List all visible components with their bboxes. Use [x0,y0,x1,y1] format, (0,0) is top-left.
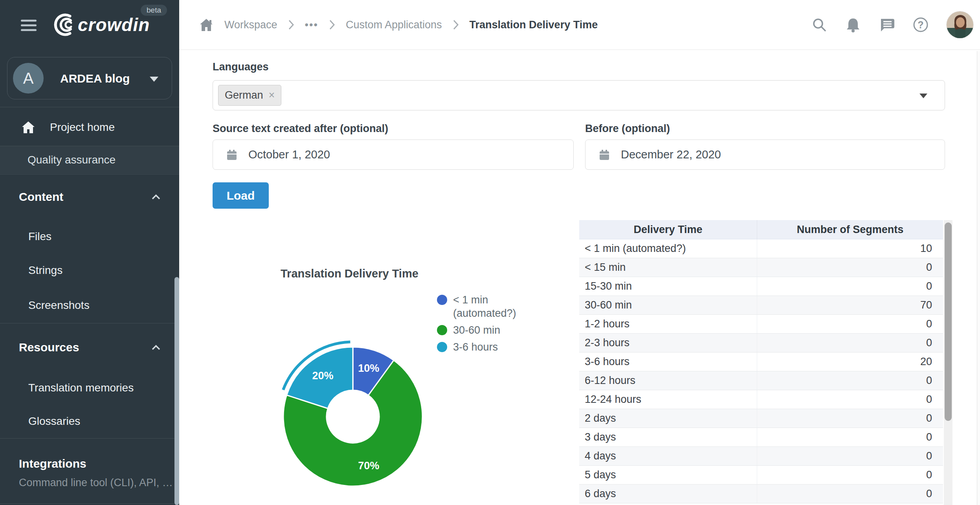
svg-text:?: ? [918,19,923,30]
cell-number-of-segments: 0 [757,390,943,409]
legend-item[interactable]: < 1 min (automated?) [437,293,519,320]
sidebar-item-label: Strings [28,261,62,280]
crowdin-logo-icon [47,13,75,37]
pie-slice-percent-label: 70% [358,460,379,472]
cell-number-of-segments: 20 [757,353,943,371]
legend-dot [437,295,447,305]
table-scrollbar-thumb[interactable] [945,222,952,421]
cell-delivery-time: 2-3 hours [579,334,757,352]
table-row: 2 days 0 [579,409,943,428]
delivery-table: Delivery Time Number of Segments < 1 min… [579,220,943,503]
sidebar-group-label: Content [19,187,63,206]
cell-number-of-segments: 0 [757,485,943,503]
cell-number-of-segments: 0 [757,258,943,277]
remove-icon[interactable]: × [269,89,275,101]
breadcrumb-ellipsis[interactable]: ••• [305,19,318,31]
table-row: < 15 min 0 [579,258,943,277]
divider [0,174,179,174]
after-date-label: Source text created after (optional) [213,123,388,135]
avatar-photo-icon [947,11,974,39]
pie-slice-percent-label: 20% [312,370,334,382]
table-row: 12-24 hours 0 [579,390,943,409]
chart-legend: < 1 min (automated?)30-60 min3-6 hours [437,293,519,357]
cell-number-of-segments: 0 [757,466,943,484]
main-content: Languages German× Source text created af… [179,50,980,505]
chevron-right-icon [329,19,336,31]
table-row: 5 days 0 [579,466,943,485]
cell-number-of-segments: 0 [757,428,943,446]
chevron-right-icon [288,19,295,31]
project-name: ARDEA blog [60,57,130,100]
chat-icon[interactable] [879,17,895,33]
project-selector[interactable]: A ARDEA blog [7,57,172,99]
sidebar-item-glossaries[interactable]: Glossaries [0,412,179,431]
caret-down-icon [150,77,158,82]
sidebar-scrollbar-thumb[interactable] [174,277,179,505]
language-tag: German× [218,85,281,106]
legend-label: 3-6 hours [453,340,498,354]
sidebar-group-integrations[interactable]: Integrations [0,454,179,473]
sidebar-group-label: Resources [19,338,79,357]
crowdin-logo[interactable]: crowdin [47,13,150,37]
sidebar-item-label: Files [28,227,51,246]
bell-icon[interactable] [845,17,861,33]
breadcrumb-custom-applications[interactable]: Custom Applications [346,19,442,31]
before-date-input[interactable]: December 22, 2020 [585,140,945,170]
column-header-number-of-segments: Number of Segments [757,220,943,239]
language-tag-label: German [225,89,263,101]
home-icon[interactable] [198,17,214,33]
user-avatar[interactable] [946,11,974,39]
sidebar-item-quality-assurance[interactable]: Quality assurance [0,146,179,174]
sidebar-item-label: Quality assurance [28,146,116,174]
legend-label: < 1 min (automated?) [453,293,519,320]
donut-chart: 10%70%20% [266,330,439,503]
cell-number-of-segments: 0 [757,334,943,352]
sidebar-item-translation-memories[interactable]: Translation memories [0,378,179,397]
menu-icon[interactable] [21,20,37,31]
table-row: 2-3 hours 0 [579,334,943,353]
home-icon [21,120,36,135]
chevron-right-icon [452,19,459,31]
legend-item[interactable]: 30-60 min [437,323,519,337]
legend-label: 30-60 min [453,323,500,337]
cell-number-of-segments: 70 [757,296,943,314]
topbar: Workspace ••• Custom Applications Transl… [179,0,980,50]
cell-number-of-segments: 10 [757,239,943,258]
legend-item[interactable]: 3-6 hours [437,340,519,354]
cell-number-of-segments: 0 [757,277,943,296]
cell-delivery-time: 3-6 hours [579,353,757,371]
cell-delivery-time: 6-12 hours [579,371,757,390]
divider [0,503,179,504]
sidebar-item-project-home[interactable]: Project home [0,113,179,141]
sidebar-item-label: Project home [50,113,115,141]
help-icon[interactable]: ? [912,17,929,33]
cell-delivery-time: < 1 min (automated?) [579,239,757,258]
before-date-label: Before (optional) [585,123,670,135]
divider [0,438,179,439]
sidebar-group-content[interactable]: Content [0,187,179,206]
table-row: 15-30 min 0 [579,277,943,296]
divider [0,107,179,107]
sidebar-item-strings[interactable]: Strings [0,261,179,280]
languages-select[interactable]: German× [213,80,945,110]
pie-slice-percent-label: 10% [358,362,379,374]
sidebar-group-label: Integrations [19,454,86,473]
after-date-value: October 1, 2020 [248,148,330,161]
cell-delivery-time: 1-2 hours [579,315,757,333]
cell-delivery-time: 2 days [579,409,757,428]
page-scrollbar-gutter [977,51,980,505]
calendar-icon [226,149,238,161]
after-date-input[interactable]: October 1, 2020 [213,140,574,170]
table-row: 3 days 0 [579,428,943,447]
cell-number-of-segments: 0 [757,315,943,333]
search-icon[interactable] [811,17,828,33]
cell-delivery-time: 12-24 hours [579,390,757,409]
sidebar-item-files[interactable]: Files [0,227,179,246]
breadcrumb-workspace[interactable]: Workspace [224,19,277,31]
sidebar-item-screenshots[interactable]: Screenshots [0,296,179,315]
topbar-actions: ? [811,11,974,39]
sidebar: crowdin beta A ARDEA blog Project home Q… [0,0,179,505]
sidebar-group-resources[interactable]: Resources [0,338,179,357]
load-button[interactable]: Load [213,182,269,209]
calendar-icon [598,149,611,161]
